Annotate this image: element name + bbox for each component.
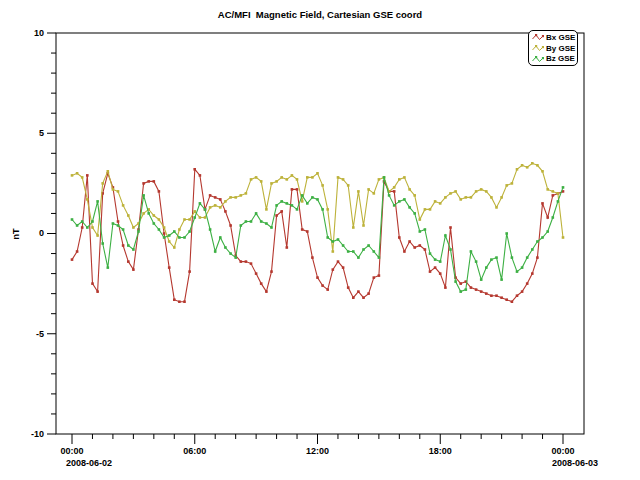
- bx-line-sample-icon: [532, 33, 544, 41]
- x-tick-label-0000b: 00:00: [533, 446, 593, 457]
- legend: Bx GSE By GSE Bz GSE: [528, 30, 578, 66]
- x-axis-date-end: 2008-06-03: [552, 458, 640, 469]
- legend-label-bx: Bx GSE: [546, 33, 575, 42]
- magnetic-field-plot-window: { "title": "AC/MFI Magnetic Field, Carte…: [0, 0, 640, 480]
- x-tick-label-0600: 06:00: [165, 446, 225, 457]
- x-tick-label-1200: 12:00: [288, 446, 348, 457]
- legend-label-bz: Bz GSE: [546, 54, 575, 63]
- by-line-sample-icon: [532, 44, 544, 52]
- legend-item-bz: Bz GSE: [532, 53, 577, 64]
- bz-line-sample-icon: [532, 55, 544, 63]
- legend-item-by: By GSE: [532, 43, 577, 54]
- y-tick-label-neg10: -10: [1, 429, 44, 440]
- chart-title: AC/MFI Magnetic Field, Cartesian GSE coo…: [56, 9, 584, 20]
- x-tick-label-1800: 18:00: [410, 446, 470, 457]
- y-tick-label-0: 0: [1, 228, 44, 239]
- plot-canvas: [0, 0, 640, 480]
- x-axis-date-start: 2008-06-02: [66, 458, 156, 469]
- legend-item-bx: Bx GSE: [532, 32, 577, 43]
- y-tick-label-5: 5: [1, 128, 44, 139]
- x-tick-label-0000a: 00:00: [42, 446, 102, 457]
- legend-label-by: By GSE: [546, 44, 575, 53]
- y-tick-label-10: 10: [1, 28, 44, 39]
- y-tick-label-neg5: -5: [1, 329, 44, 340]
